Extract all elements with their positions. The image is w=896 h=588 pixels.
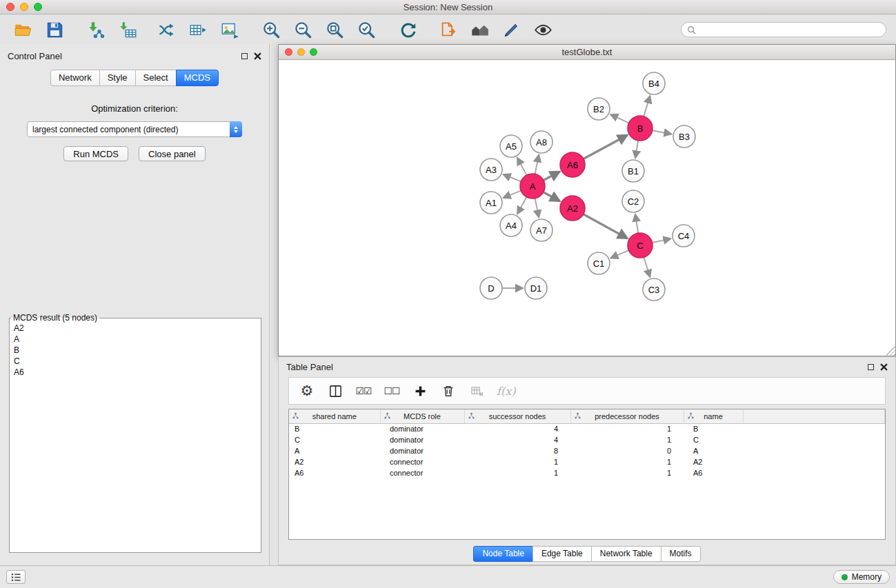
tab-select[interactable]: Select — [135, 70, 177, 86]
graph-edge-B-B4[interactable] — [644, 96, 650, 116]
graph-edge-A-A7[interactable] — [535, 199, 539, 218]
zoom-window-button[interactable] — [34, 3, 42, 11]
close-network-window-button[interactable] — [285, 48, 292, 56]
zoom-fit-button[interactable] — [323, 18, 346, 41]
graph-edge-A-A2[interactable] — [544, 192, 560, 201]
new-table-button[interactable] — [186, 18, 210, 41]
graph-edge-A-A4[interactable] — [517, 197, 526, 214]
close-panel-icon[interactable] — [254, 52, 261, 60]
table-cell[interactable]: A2 — [289, 456, 380, 467]
mcds-result-item[interactable]: A2 — [10, 323, 261, 334]
criterion-dropdown[interactable]: largest connected component (directed) — [27, 121, 242, 137]
graph-edge-B-B1[interactable] — [635, 141, 638, 158]
table-cell[interactable]: dominator — [380, 445, 464, 456]
table-cell[interactable]: A — [684, 445, 743, 456]
memory-button[interactable]: Memory — [833, 570, 890, 584]
deselect-all-button[interactable]: ☐☐ — [384, 382, 400, 400]
tab-node-table[interactable]: Node Table — [473, 546, 533, 562]
graph-edge-A-A6[interactable] — [544, 172, 560, 181]
close-table-panel-icon[interactable] — [880, 363, 888, 371]
function-builder-button[interactable]: f(x) — [497, 382, 515, 400]
zoom-in-button[interactable] — [259, 18, 283, 41]
table-cell[interactable]: 0 — [570, 445, 684, 456]
refresh-button[interactable] — [396, 18, 419, 41]
minimize-network-window-button[interactable] — [297, 48, 305, 56]
graph-edge-A6-B[interactable] — [584, 135, 628, 159]
graph-edge-A-A8[interactable] — [535, 155, 539, 174]
table-cell[interactable]: dominator — [380, 423, 464, 434]
graph-edge-A2-C[interactable] — [584, 214, 628, 239]
import-table-button[interactable] — [116, 18, 139, 41]
table-cell[interactable]: B — [289, 423, 380, 434]
graph-edge-C-C4[interactable] — [653, 239, 671, 243]
resize-grip[interactable] — [886, 347, 895, 356]
table-cell[interactable]: C — [684, 434, 743, 445]
tab-motifs[interactable]: Motifs — [661, 546, 701, 562]
table-cell[interactable]: connector — [380, 467, 464, 478]
float-table-panel-icon[interactable] — [868, 364, 874, 370]
graph-edge-C-C2[interactable] — [635, 214, 638, 233]
mcds-result-item[interactable]: C — [10, 356, 261, 367]
table-cell[interactable]: 4 — [464, 434, 570, 445]
minimize-window-button[interactable] — [20, 3, 28, 11]
table-cell[interactable]: A — [289, 445, 380, 456]
tab-style[interactable]: Style — [99, 70, 136, 86]
select-all-button[interactable]: ☑☑ — [355, 382, 372, 400]
open-session-button[interactable] — [11, 18, 34, 41]
show-hide-button[interactable] — [531, 18, 555, 41]
table-row[interactable]: A6connector11A6 — [289, 467, 885, 478]
tab-network[interactable]: Network — [50, 70, 100, 86]
graph-edge-C-C3[interactable] — [644, 257, 650, 277]
graph-edge-A-A1[interactable] — [504, 191, 521, 198]
graph-edge-A-A3[interactable] — [504, 174, 521, 181]
mcds-result-item[interactable]: B — [10, 345, 261, 356]
run-mcds-button[interactable]: Run MCDS — [63, 146, 128, 161]
table-cell[interactable]: 1 — [464, 456, 570, 467]
show-columns-button[interactable] — [327, 382, 344, 400]
save-session-button[interactable] — [43, 18, 66, 41]
overview-button[interactable] — [468, 18, 491, 41]
table-cell[interactable]: dominator — [380, 434, 464, 445]
table-cell[interactable]: 1 — [570, 456, 684, 467]
tab-mcds[interactable]: MCDS — [176, 70, 219, 86]
table-cell[interactable]: connector — [380, 456, 464, 467]
column-header-MCDS-role[interactable]: MCDS role — [380, 409, 464, 423]
zoom-network-window-button[interactable] — [310, 48, 317, 56]
graph-edge-A-A5[interactable] — [517, 158, 527, 175]
graph-edge-C-C1[interactable] — [610, 250, 628, 258]
table-cell[interactable]: 1 — [570, 423, 684, 434]
table-cell[interactable]: 1 — [570, 434, 684, 445]
network-window-titlebar[interactable]: testGlobe.txt — [279, 45, 895, 60]
tab-edge-table[interactable]: Edge Table — [532, 546, 592, 562]
search-input[interactable] — [699, 25, 880, 34]
table-cell[interactable]: A2 — [684, 456, 743, 467]
console-button[interactable] — [6, 570, 26, 584]
search-box[interactable] — [681, 22, 886, 37]
delete-table-button[interactable] — [468, 382, 485, 400]
mcds-result-item[interactable]: A6 — [10, 367, 261, 378]
column-header-predecessor-nodes[interactable]: predecessor nodes — [570, 409, 684, 423]
zoom-selected-button[interactable] — [355, 18, 378, 41]
table-cell[interactable]: A6 — [684, 467, 743, 478]
table-cell[interactable]: B — [684, 423, 743, 434]
float-panel-icon[interactable] — [241, 53, 248, 59]
column-header-name[interactable]: name — [684, 409, 743, 423]
copy-view-button[interactable] — [436, 18, 459, 41]
mcds-result-item[interactable]: A — [10, 334, 261, 345]
table-row[interactable]: Adominator80A — [289, 445, 885, 456]
table-row[interactable]: Cdominator41C — [289, 434, 885, 445]
graph-edge-B-B2[interactable] — [610, 114, 628, 123]
table-cell[interactable]: 1 — [570, 467, 684, 478]
close-window-button[interactable] — [6, 3, 14, 11]
column-header-shared-name[interactable]: shared name — [289, 409, 380, 423]
table-cell[interactable]: A6 — [289, 467, 380, 478]
column-header-successor-nodes[interactable]: successor nodes — [464, 409, 570, 423]
import-network-button[interactable] — [84, 18, 108, 41]
delete-row-button[interactable] — [440, 382, 457, 400]
graph-edge-B-B3[interactable] — [653, 130, 672, 134]
zoom-out-button[interactable] — [291, 18, 315, 41]
network-canvas[interactable]: B4B2BB3A5A8A6A3B1AC2A1A2A4A7C4CC1C3DD1 — [279, 60, 895, 356]
add-row-button[interactable] — [412, 382, 428, 400]
table-cell[interactable]: 1 — [464, 467, 570, 478]
export-image-button[interactable] — [218, 18, 241, 41]
